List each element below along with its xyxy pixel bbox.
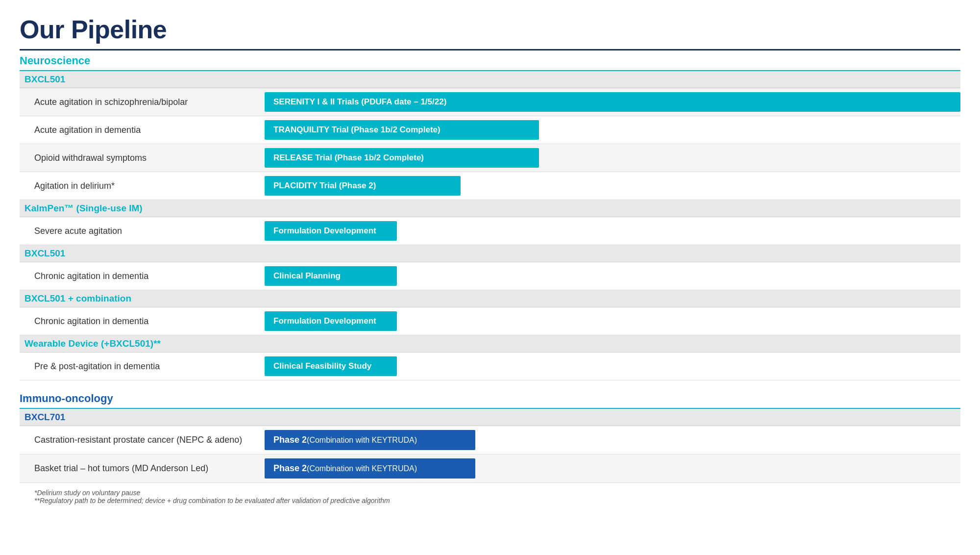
bar-area: Formulation Development <box>260 307 960 335</box>
indication-row: Pre & post-agitation in dementia Clinica… <box>20 353 960 380</box>
phase-bold: Phase 2 <box>273 435 307 445</box>
bar-area: Formulation Development <box>260 217 960 245</box>
footnote-1: *Delirium study on voluntary pause <box>34 489 960 497</box>
indication-row: Chronic agitation in dementia Formulatio… <box>20 307 960 335</box>
drug-row-kalmpen: KalmPen™ (Single-use IM) <box>20 200 960 217</box>
indication-label: Agitation in delirium* <box>20 176 260 196</box>
indication-row: Acute agitation in schizophrenia/bipolar… <box>20 88 960 116</box>
indication-label: Pre & post-agitation in dementia <box>20 356 260 377</box>
section-header-immuno: Immuno-oncology <box>20 388 960 409</box>
trial-bar-phase2-2: Phase 2 (Combination with KEYTRUDA) <box>265 458 475 479</box>
indication-label: Acute agitation in dementia <box>20 120 260 140</box>
indication-label: Chronic agitation in dementia <box>20 311 260 331</box>
indication-label: Chronic agitation in dementia <box>20 266 260 286</box>
trial-bar-tranquility: TRANQUILITY Trial (Phase 1b/2 Complete) <box>265 120 539 140</box>
indication-row: Opioid withdrawal symptoms RELEASE Trial… <box>20 144 960 172</box>
indication-label: Castration-resistant prostate cancer (NE… <box>20 430 260 450</box>
indication-row: Castration-resistant prostate cancer (NE… <box>20 426 960 454</box>
footnote-2: **Regulatory path to be determined; devi… <box>34 497 960 505</box>
trial-bar-serenity: SERENITY I & II Trials (PDUFA date – 1/5… <box>265 92 960 112</box>
bar-area: Phase 2 (Combination with KEYTRUDA) <box>260 426 960 454</box>
indication-row: Basket trial – hot tumors (MD Anderson L… <box>20 454 960 483</box>
phase-bold: Phase 2 <box>273 463 307 474</box>
indication-label: Acute agitation in schizophrenia/bipolar <box>20 92 260 112</box>
footnote-section: *Delirium study on voluntary pause **Reg… <box>20 483 960 505</box>
indication-row: Acute agitation in dementia TRANQUILITY … <box>20 116 960 144</box>
drug-row-bxcl701: BXCL701 <box>20 409 960 426</box>
trial-bar-formdev2: Formulation Development <box>265 311 397 331</box>
bar-area: RELEASE Trial (Phase 1b/2 Complete) <box>260 144 960 172</box>
trial-bar-clinplan: Clinical Planning <box>265 266 397 286</box>
bar-area: PLACIDITY Trial (Phase 2) <box>260 172 960 200</box>
drug-row-bxcl501-combo: BXCL501 + combination <box>20 290 960 307</box>
drug-row-wearable: Wearable Device (+BXCL501)** <box>20 335 960 353</box>
trial-bar-release: RELEASE Trial (Phase 1b/2 Complete) <box>265 148 539 168</box>
phase-normal: (Combination with KEYTRUDA) <box>307 436 417 445</box>
page-title: Our Pipeline <box>20 15 960 44</box>
bar-area: SERENITY I & II Trials (PDUFA date – 1/5… <box>260 88 965 116</box>
trial-bar-placidity: PLACIDITY Trial (Phase 2) <box>265 176 461 196</box>
section-header-neuroscience: Neuroscience <box>20 50 960 71</box>
indication-row: Severe acute agitation Formulation Devel… <box>20 217 960 245</box>
bar-area: Phase 2 (Combination with KEYTRUDA) <box>260 454 960 482</box>
indication-label: Opioid withdrawal symptoms <box>20 148 260 168</box>
bar-area: Clinical Feasibility Study <box>260 353 960 380</box>
drug-row-bxcl501-2: BXCL501 <box>20 245 960 262</box>
trial-bar-clinfeas: Clinical Feasibility Study <box>265 356 397 376</box>
indication-row: Chronic agitation in dementia Clinical P… <box>20 262 960 290</box>
phase-normal: (Combination with KEYTRUDA) <box>307 464 417 473</box>
bar-area: TRANQUILITY Trial (Phase 1b/2 Complete) <box>260 116 960 144</box>
trial-bar-formdev1: Formulation Development <box>265 221 397 241</box>
indication-label: Severe acute agitation <box>20 221 260 241</box>
trial-bar-phase2-1: Phase 2 (Combination with KEYTRUDA) <box>265 430 475 450</box>
indication-row: Agitation in delirium* PLACIDITY Trial (… <box>20 172 960 200</box>
indication-label: Basket trial – hot tumors (MD Anderson L… <box>20 458 260 479</box>
drug-row-bxcl501-1: BXCL501 <box>20 71 960 88</box>
bar-area: Clinical Planning <box>260 262 960 290</box>
